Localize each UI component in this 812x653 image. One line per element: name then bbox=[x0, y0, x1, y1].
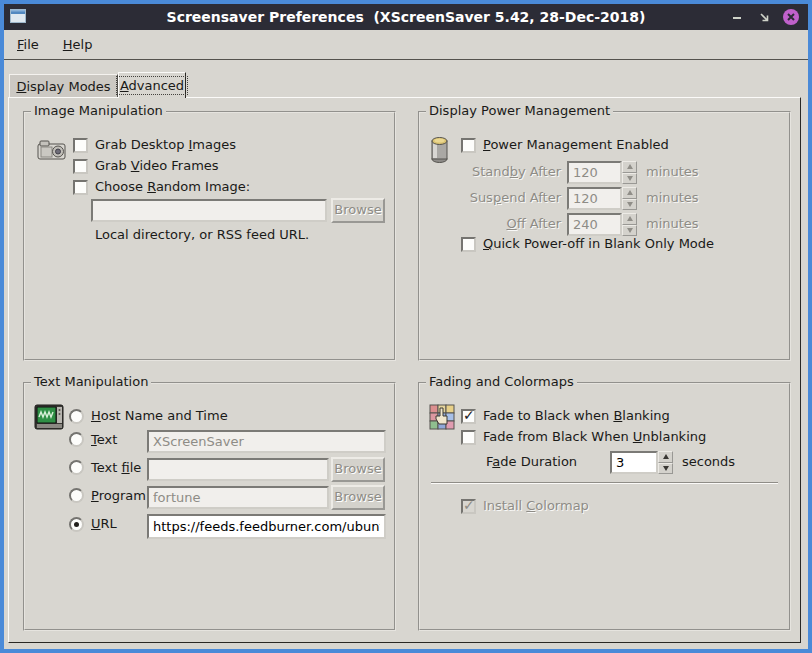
fade-from-black-label: Fade from Black When Unblanking bbox=[483, 429, 706, 445]
off-after-label: Off After bbox=[428, 216, 561, 232]
choose-random-label: Choose Random Image: bbox=[95, 179, 250, 195]
colormap-hand-icon bbox=[429, 404, 455, 433]
tab-display-modes[interactable]: Display Modes bbox=[9, 74, 118, 97]
checkmark-icon: ✓ bbox=[463, 407, 475, 423]
spin-up-icon bbox=[627, 164, 633, 169]
text-file-input bbox=[147, 458, 329, 481]
random-image-caption: Local directory, or RSS feed URL. bbox=[95, 227, 309, 243]
power-management-group: Display Power Management Power Managemen… bbox=[418, 111, 791, 361]
radio-dot-icon bbox=[74, 522, 79, 527]
power-management-title: Display Power Management bbox=[426, 103, 613, 119]
screensaver-preferences-window: Screensaver Preferences (XScreenSaver 5.… bbox=[0, 0, 812, 653]
url-radio[interactable] bbox=[69, 517, 84, 532]
window-title: Screensaver Preferences (XScreenSaver 5.… bbox=[4, 9, 808, 25]
suspend-after-label: Suspend After bbox=[428, 190, 561, 206]
standby-after-input bbox=[567, 161, 622, 184]
menubar: File Help bbox=[4, 30, 808, 60]
spin-up-button[interactable] bbox=[658, 451, 673, 463]
fade-duration-spinner bbox=[658, 451, 673, 474]
spin-down-icon bbox=[627, 228, 633, 233]
tab-advanced[interactable]: Advanced bbox=[118, 72, 186, 98]
url-input[interactable] bbox=[147, 514, 386, 539]
spin-down-button bbox=[622, 199, 637, 211]
program-label: Program bbox=[91, 488, 146, 504]
fade-duration-label: Fade Duration bbox=[486, 454, 577, 470]
url-label: URL bbox=[91, 516, 117, 532]
text-label: Text bbox=[91, 432, 117, 448]
spin-up-button bbox=[622, 187, 637, 199]
menu-help[interactable]: Help bbox=[58, 35, 98, 54]
text-file-browse-button: Browse bbox=[331, 457, 385, 482]
text-manipulation-group: Text Manipulation Host Name and Time Tex… bbox=[23, 382, 396, 631]
text-file-radio[interactable] bbox=[69, 460, 84, 475]
spin-down-button bbox=[622, 173, 637, 185]
menu-file[interactable]: File bbox=[12, 35, 44, 54]
suspend-after-input bbox=[567, 187, 622, 210]
text-input bbox=[147, 430, 386, 453]
host-name-radio[interactable] bbox=[69, 409, 84, 424]
random-image-browse-button: Browse bbox=[331, 198, 385, 223]
advanced-page: Image Manipulation Grab Desktop Images G… bbox=[8, 97, 801, 643]
spin-down-button bbox=[622, 225, 637, 237]
off-after-input bbox=[567, 213, 622, 236]
suspend-after-spinner bbox=[622, 187, 637, 210]
minimize-icon bbox=[731, 11, 743, 23]
install-colormap-checkbox: ✓ bbox=[461, 499, 476, 514]
restore-icon bbox=[758, 11, 771, 24]
off-minutes-label: minutes bbox=[646, 216, 699, 232]
text-manipulation-title: Text Manipulation bbox=[31, 374, 151, 390]
fade-duration-input[interactable] bbox=[610, 451, 658, 474]
spin-down-button[interactable] bbox=[658, 463, 673, 475]
spin-down-icon bbox=[627, 176, 633, 181]
grab-video-label: Grab Video Frames bbox=[95, 158, 219, 174]
quick-power-off-checkbox[interactable] bbox=[461, 237, 476, 252]
choose-random-checkbox[interactable] bbox=[73, 180, 88, 195]
random-image-input bbox=[91, 199, 327, 222]
host-name-label: Host Name and Time bbox=[91, 408, 228, 424]
fade-to-black-checkbox[interactable]: ✓ bbox=[461, 409, 476, 424]
image-manipulation-title: Image Manipulation bbox=[31, 103, 166, 119]
suspend-minutes-label: minutes bbox=[646, 190, 699, 206]
spin-down-icon bbox=[663, 466, 669, 471]
tv-text-icon bbox=[34, 404, 64, 434]
fading-colormaps-title: Fading and Colormaps bbox=[426, 374, 577, 390]
spin-up-icon bbox=[663, 454, 669, 459]
tab-display-modes-label: Display Modes bbox=[16, 79, 110, 94]
program-browse-button: Browse bbox=[331, 485, 385, 510]
spin-down-icon bbox=[627, 202, 633, 207]
install-colormap-label: Install Colormap bbox=[483, 498, 589, 514]
standby-after-label: Standby After bbox=[428, 164, 561, 180]
restore-button[interactable] bbox=[755, 8, 773, 26]
spin-up-icon bbox=[627, 216, 633, 221]
quick-power-off-label: Quick Power-off in Blank Only Mode bbox=[483, 236, 714, 252]
power-management-enabled-checkbox[interactable] bbox=[461, 138, 476, 153]
power-management-enabled-label: Power Management Enabled bbox=[483, 137, 669, 153]
separator bbox=[431, 482, 778, 484]
spin-up-button bbox=[622, 213, 637, 225]
grab-desktop-label: Grab Desktop Images bbox=[95, 137, 236, 153]
text-radio[interactable] bbox=[69, 432, 84, 447]
minimize-button[interactable] bbox=[728, 8, 746, 26]
fade-seconds-label: seconds bbox=[682, 454, 735, 470]
tab-advanced-label: Advanced bbox=[117, 77, 187, 94]
fading-colormaps-group: Fading and Colormaps ✓ Fade t bbox=[418, 382, 791, 631]
text-file-label: Text file bbox=[91, 460, 141, 476]
spin-up-icon bbox=[627, 190, 633, 195]
checkmark-icon: ✓ bbox=[463, 497, 475, 513]
grab-desktop-checkbox[interactable] bbox=[73, 138, 88, 153]
standby-minutes-label: minutes bbox=[646, 164, 699, 180]
program-radio[interactable] bbox=[69, 488, 84, 503]
grab-video-checkbox[interactable] bbox=[73, 159, 88, 174]
program-input bbox=[147, 486, 329, 509]
fade-from-black-checkbox[interactable] bbox=[461, 430, 476, 445]
close-icon bbox=[782, 8, 800, 26]
camera-icon bbox=[37, 137, 67, 166]
fade-to-black-label: Fade to Black when Blanking bbox=[483, 408, 670, 424]
off-after-spinner bbox=[622, 213, 637, 236]
close-button[interactable] bbox=[782, 8, 800, 26]
standby-after-spinner bbox=[622, 161, 637, 184]
spin-up-button bbox=[622, 161, 637, 173]
titlebar[interactable]: Screensaver Preferences (XScreenSaver 5.… bbox=[4, 4, 808, 30]
image-manipulation-group: Image Manipulation Grab Desktop Images G… bbox=[23, 111, 396, 361]
